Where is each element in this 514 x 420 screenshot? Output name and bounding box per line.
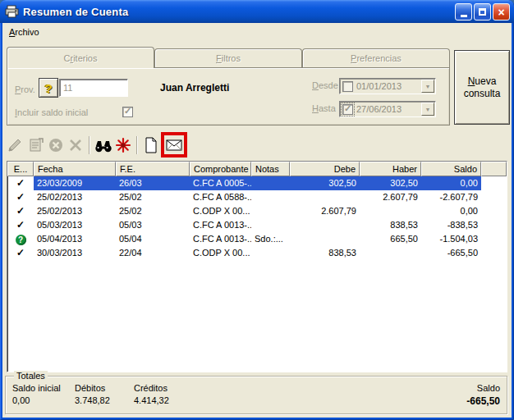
col-header-saldo[interactable]: Saldo <box>421 162 481 176</box>
toolbar-separator <box>136 136 138 154</box>
transactions-grid: E... Fecha F.E. Comprobante Notas Debe H… <box>7 161 507 372</box>
toolbar <box>7 130 507 160</box>
include-initial-balance-label: Incluir saldo inicial <box>15 107 88 117</box>
delete-button-disabled <box>66 135 85 155</box>
col-header-notas[interactable]: Notas <box>251 162 290 176</box>
prov-label: Prov. <box>15 84 35 94</box>
table-row[interactable]: ? 05/04/2013 05/04 C.FC A 0013-... Sdo.:… <box>7 232 507 246</box>
saldo-inicial-label: Saldo inicial <box>12 383 61 393</box>
check-icon: ✓ <box>16 191 25 203</box>
close-button[interactable]: × <box>493 3 510 21</box>
hasta-datepicker[interactable]: ✓ 27/06/2013 ▼ <box>339 101 436 117</box>
table-row[interactable]: ✓ 25/02/2013 25/02 C.FC A 0588-... 2.607… <box>7 190 507 204</box>
col-header-fe[interactable]: F.E. <box>116 162 190 176</box>
edit-hand-icon <box>7 136 25 154</box>
saldo-label: Saldo <box>477 383 500 393</box>
cancel-button-disabled <box>46 135 66 155</box>
app-printer-icon <box>5 5 20 18</box>
desde-checkbox[interactable] <box>342 81 353 92</box>
binoculars-icon <box>94 135 113 155</box>
cancel-circle-icon <box>47 136 65 154</box>
debitos-label: Débitos <box>75 383 105 393</box>
maximize-icon <box>479 8 486 16</box>
creditos-label: Créditos <box>134 383 168 393</box>
check-icon: ✓ <box>16 247 25 258</box>
col-header-debe[interactable]: Debe <box>290 162 360 176</box>
table-row[interactable]: ✓ 05/03/2013 05/03 C.FC A 0013-... 838,5… <box>7 218 507 232</box>
close-icon: × <box>498 7 504 18</box>
col-header-haber[interactable]: Haber <box>360 162 421 176</box>
send-email-button[interactable] <box>164 135 184 155</box>
new-document-button[interactable] <box>141 135 161 155</box>
tab-criterios[interactable]: Criterios <box>7 47 154 68</box>
hasta-checkbox[interactable]: ✓ <box>342 104 353 115</box>
totals-groupbox: Totales Saldo inicial Débitos Créditos S… <box>5 376 507 414</box>
totals-legend: Totales <box>14 371 48 381</box>
key-icon: ? <box>44 81 52 95</box>
tab-preferencias[interactable]: Preferencias <box>302 48 450 67</box>
menu-archivo[interactable]: Archivo <box>3 25 45 39</box>
saldo-total-value: -665,50 <box>466 395 500 407</box>
minimize-button[interactable] <box>455 3 472 21</box>
envelope-icon <box>165 136 183 154</box>
col-header-comprobante[interactable]: Comprobante <box>190 162 251 176</box>
col-header-filler <box>481 162 507 176</box>
provider-name: Juan Arregletti <box>160 82 229 94</box>
debitos-value: 3.748,82 <box>75 395 110 405</box>
title-bar[interactable]: Resumen de Cuenta × <box>0 0 514 23</box>
app-window: Resumen de Cuenta × Archivo Criterios Fi… <box>0 0 514 420</box>
new-query-button[interactable]: Nueva consulta <box>454 50 510 125</box>
filter-button[interactable] <box>113 135 133 155</box>
criteria-panel: Prov. ? Juan Arregletti Incluir saldo in… <box>7 67 450 126</box>
tab-filtros[interactable]: Filtros <box>154 48 302 67</box>
check-icon: ✓ <box>16 177 25 189</box>
confirm-edit-button-disabled <box>7 135 26 155</box>
delete-x-icon <box>67 136 85 154</box>
hasta-label: Hasta <box>312 103 336 113</box>
maximize-button[interactable] <box>474 3 491 21</box>
table-row[interactable]: ✓ 30/03/2013 22/04 C.ODP X 00... 838,53 … <box>7 246 507 260</box>
grid-header: E... Fecha F.E. Comprobante Notas Debe H… <box>7 162 507 176</box>
window-title: Resumen de Cuenta <box>23 6 128 18</box>
table-row[interactable]: ✓ 25/02/2013 25/02 C.ODP X 00... 2.607,7… <box>7 204 507 218</box>
desde-datepicker[interactable]: 01/01/2013 ▼ <box>339 78 436 94</box>
properties-icon <box>27 136 45 154</box>
question-icon: ? <box>16 235 26 245</box>
highlight-red-frame <box>161 132 187 158</box>
check-icon: ✓ <box>16 219 25 231</box>
hasta-value: 27/06/2013 <box>356 104 421 114</box>
toolbar-separator <box>89 136 90 154</box>
properties-button-disabled <box>26 135 46 155</box>
red-star-icon <box>114 136 132 154</box>
col-header-fecha[interactable]: Fecha <box>34 162 116 176</box>
col-header-estado[interactable]: E... <box>7 162 34 176</box>
menu-bar: Archivo <box>3 24 511 40</box>
desde-value: 01/01/2013 <box>356 81 421 91</box>
desde-dropdown-icon[interactable]: ▼ <box>421 80 434 93</box>
desde-label: Desde <box>312 80 338 90</box>
table-row[interactable]: ✓ 23/03/2009 26/03 C.FC A 0005-... 302,5… <box>7 176 507 190</box>
client-area: Archivo Criterios Filtros Preferencias P… <box>2 23 512 418</box>
hasta-dropdown-icon[interactable]: ▼ <box>421 103 434 116</box>
minimize-icon <box>461 15 467 17</box>
check-icon: ✓ <box>16 205 25 217</box>
creditos-value: 4.414,32 <box>134 395 169 405</box>
lookup-key-button[interactable]: ? <box>39 78 58 98</box>
include-initial-balance-checkbox[interactable]: ✓ <box>122 107 133 117</box>
saldo-inicial-value: 0,00 <box>12 395 30 405</box>
prov-input[interactable] <box>59 79 128 97</box>
new-page-icon <box>142 136 160 154</box>
search-button[interactable] <box>94 135 113 155</box>
